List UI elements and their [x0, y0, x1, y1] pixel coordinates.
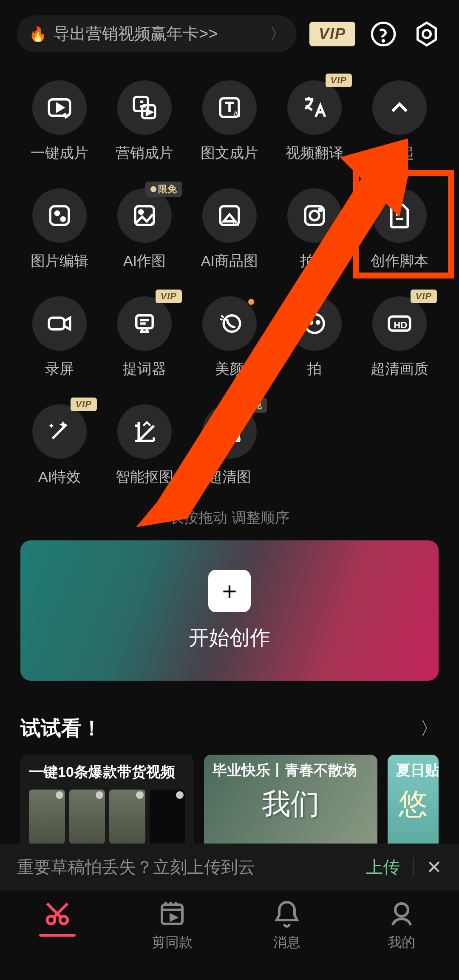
- try-section-header[interactable]: 试试看！ 〉: [0, 693, 459, 755]
- svg-rect-20: [136, 315, 153, 328]
- upload-text: 重要草稿怕丢失？立刻上传到云: [17, 855, 366, 879]
- svg-point-13: [139, 210, 143, 214]
- svg-text:AI: AI: [232, 219, 240, 228]
- svg-point-23: [310, 321, 312, 324]
- try-cards-scroll[interactable]: 一键10条爆款带货视频 毕业快乐丨青春不散场 我们 夏日贴纸 悠: [0, 755, 459, 853]
- svg-point-22: [305, 314, 324, 333]
- tool-record[interactable]: 录屏: [17, 292, 102, 383]
- tool-hd[interactable]: VIP HD 超清画质: [357, 292, 442, 383]
- tool-camera[interactable]: 拍摄: [272, 184, 357, 275]
- free-badge: 限免: [145, 182, 182, 197]
- vip-badge: VIP: [326, 74, 352, 87]
- tool-collapse[interactable]: 收起: [357, 76, 442, 167]
- tool-aieffect[interactable]: VIP AI特效: [17, 400, 102, 491]
- tool-shoot[interactable]: 拍: [272, 292, 357, 383]
- vip-badge: VIP: [156, 290, 182, 303]
- chevron-right-icon: 〉: [270, 24, 285, 44]
- upload-bar: 重要草稿怕丢失？立刻上传到云 上传 ✕: [0, 844, 459, 891]
- chevron-right-icon: 〉: [420, 716, 439, 741]
- promo-banner[interactable]: 🔥 导出营销视频赢年卡>> 〉: [17, 15, 297, 52]
- tool-textimg[interactable]: AI 图文成片: [187, 76, 272, 167]
- svg-point-28: [224, 426, 228, 430]
- tool-beauty[interactable]: 美颜: [187, 292, 272, 383]
- svg-text:HD: HD: [394, 320, 407, 330]
- settings-icon[interactable]: [411, 19, 442, 49]
- promo-text: 导出营销视频赢年卡>>: [54, 23, 264, 45]
- svg-point-33: [395, 903, 408, 916]
- upload-link[interactable]: 上传: [366, 855, 400, 879]
- nav-messages[interactable]: 消息: [230, 898, 344, 980]
- svg-text:AI: AI: [233, 110, 241, 119]
- dot-badge: [248, 299, 254, 305]
- svg-text:HD: HD: [231, 436, 241, 443]
- try-card-hotsell[interactable]: 一键10条爆款带货视频: [20, 755, 194, 853]
- tool-marketing[interactable]: 营销成片: [102, 76, 187, 167]
- drag-hint: 长按拖动 调整顺序: [0, 508, 459, 528]
- svg-point-10: [55, 211, 59, 215]
- svg-rect-9: [50, 206, 69, 225]
- tool-imgedit[interactable]: 图片编辑: [17, 184, 102, 275]
- svg-point-1: [382, 40, 384, 41]
- tool-hdimg[interactable]: 限免 HD 超清图: [187, 400, 272, 491]
- help-icon[interactable]: [368, 19, 399, 49]
- tool-grid: 一键成片 营销成片 AI 图文成片 VIP 视频翻译 收起 图片编辑 限免 AI…: [0, 68, 459, 491]
- start-create-banner[interactable]: + 开始创作: [20, 540, 439, 681]
- svg-point-11: [61, 217, 65, 221]
- svg-point-3: [423, 30, 431, 38]
- try-title: 试试看！: [20, 715, 102, 742]
- tool-translate[interactable]: VIP 视频翻译: [272, 76, 357, 167]
- svg-point-17: [310, 211, 319, 220]
- tool-oneclick[interactable]: 一键成片: [17, 76, 102, 167]
- plus-icon: +: [208, 570, 251, 612]
- svg-marker-2: [418, 23, 436, 45]
- try-card-summer[interactable]: 夏日贴纸 悠: [388, 755, 439, 853]
- svg-rect-19: [49, 318, 64, 330]
- nav-profile[interactable]: 我的: [344, 898, 459, 980]
- svg-point-18: [319, 209, 322, 211]
- nav-template[interactable]: 剪同款: [115, 898, 230, 980]
- vip-badge: VIP: [411, 290, 437, 303]
- tool-script[interactable]: 创作脚本: [357, 184, 442, 275]
- fire-icon: 🔥: [29, 26, 47, 43]
- nav-edit[interactable]: [0, 898, 115, 980]
- tool-aidraw[interactable]: 限免 AI作图: [102, 184, 187, 275]
- start-create-label: 开始创作: [189, 624, 270, 651]
- tool-cutout[interactable]: 智能抠图: [102, 400, 187, 491]
- vip-badge: VIP: [71, 398, 97, 411]
- vip-button[interactable]: VIP: [309, 22, 355, 46]
- tool-prompter[interactable]: VIP 提词器: [102, 292, 187, 383]
- close-icon[interactable]: ✕: [426, 856, 442, 878]
- tool-aiproduct[interactable]: AI AI商品图: [187, 184, 272, 275]
- try-card-graduation[interactable]: 毕业快乐丨青春不散场 我们: [204, 755, 377, 853]
- svg-point-21: [224, 315, 240, 332]
- svg-point-24: [317, 321, 320, 324]
- free-badge: 限免: [230, 398, 267, 413]
- bottom-nav: 剪同款 消息 我的: [0, 891, 459, 980]
